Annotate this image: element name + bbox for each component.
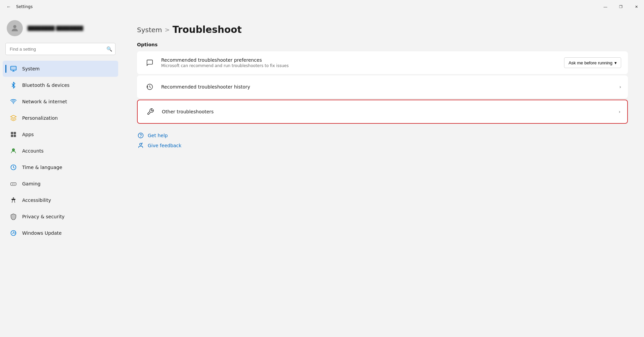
- card-other-troubleshooters: Other troubleshooters ›: [137, 100, 628, 124]
- nav-item-label: System: [22, 66, 40, 71]
- section-label: Options: [137, 42, 628, 47]
- sidebar-item-update[interactable]: Windows Update: [3, 225, 118, 241]
- sidebar-item-personalization[interactable]: Personalization: [3, 110, 118, 126]
- row-action-other-troubleshooters: ›: [618, 109, 620, 114]
- row-title-other-troubleshooters: Other troubleshooters: [162, 109, 618, 114]
- cards-list: Recommended troubleshooter preferences M…: [137, 51, 628, 124]
- update-icon: [9, 229, 17, 237]
- svg-point-7: [12, 149, 15, 151]
- svg-rect-3: [11, 132, 13, 134]
- card-recommended-history: Recommended troubleshooter history ›: [137, 75, 628, 98]
- get-help-icon: [137, 132, 144, 139]
- svg-rect-1: [11, 66, 16, 70]
- svg-point-2: [13, 103, 14, 104]
- nav-item-label: Windows Update: [22, 230, 62, 236]
- help-links: Get help Give feedback: [137, 132, 628, 149]
- row-recommended-prefs[interactable]: Recommended troubleshooter preferences M…: [137, 51, 628, 74]
- row-subtitle-recommended-prefs: Microsoft can recommend and run troubles…: [161, 63, 564, 68]
- give-feedback-icon: [137, 142, 144, 149]
- maximize-button[interactable]: ❐: [613, 0, 629, 13]
- give-feedback-link[interactable]: Give feedback: [137, 142, 181, 149]
- avatar: [7, 20, 23, 36]
- sidebar-item-network[interactable]: Network & internet: [3, 94, 118, 110]
- row-title-recommended-history: Recommended troubleshooter history: [161, 84, 619, 90]
- time-icon: [9, 163, 17, 171]
- sidebar-item-apps[interactable]: Apps: [3, 126, 118, 143]
- nav-item-label: Time & language: [22, 165, 62, 170]
- dropdown-btn-recommended-prefs[interactable]: Ask me before running ▾: [564, 57, 621, 68]
- row-icon-recommended-prefs: [144, 57, 156, 69]
- nav-item-label: Personalization: [22, 115, 58, 121]
- breadcrumb: System > Troubleshoot: [137, 24, 628, 35]
- minimize-button[interactable]: —: [598, 0, 613, 13]
- sidebar: ████████ ████████ 🔍 System Bluetooth & d…: [0, 13, 121, 337]
- sidebar-item-privacy[interactable]: Privacy & security: [3, 209, 118, 225]
- card-recommended-prefs: Recommended troubleshooter preferences M…: [137, 51, 628, 74]
- sidebar-item-gaming[interactable]: Gaming: [3, 176, 118, 192]
- privacy-icon: [9, 213, 17, 221]
- breadcrumb-separator: >: [165, 26, 170, 33]
- accounts-icon: [9, 147, 17, 155]
- nav-item-label: Network & internet: [22, 99, 67, 104]
- chevron-down-icon: ▾: [614, 60, 617, 65]
- nav-list: System Bluetooth & devices Network & int…: [0, 60, 121, 241]
- svg-point-10: [14, 183, 15, 184]
- svg-point-17: [140, 143, 142, 145]
- gaming-icon: [9, 180, 17, 188]
- nav-item-label: Privacy & security: [22, 214, 64, 219]
- nav-item-label: Bluetooth & devices: [22, 82, 70, 88]
- get-help-label: Get help: [148, 133, 168, 138]
- row-action-recommended-history: ›: [619, 84, 621, 90]
- svg-point-16: [141, 136, 141, 137]
- back-button[interactable]: ←: [4, 2, 13, 11]
- system-icon: [9, 65, 17, 73]
- sidebar-item-accounts[interactable]: Accounts: [3, 143, 118, 159]
- row-icon-other-troubleshooters: [144, 106, 156, 118]
- svg-point-12: [13, 198, 14, 199]
- chevron-right-icon: ›: [618, 109, 620, 114]
- give-feedback-label: Give feedback: [148, 143, 181, 148]
- nav-item-label: Gaming: [22, 181, 41, 186]
- network-icon: [9, 98, 17, 106]
- row-recommended-history[interactable]: Recommended troubleshooter history ›: [137, 75, 628, 98]
- search-box[interactable]: 🔍: [5, 43, 116, 55]
- bluetooth-icon: [9, 81, 17, 89]
- titlebar: ← Settings — ❐ ✕: [0, 0, 644, 13]
- profile-name: ████████ ████████: [28, 26, 83, 31]
- main-content: System > Troubleshoot Options Recommende…: [121, 13, 644, 337]
- window-controls: — ❐ ✕: [598, 0, 644, 13]
- breadcrumb-parent[interactable]: System: [137, 26, 162, 34]
- svg-point-0: [13, 25, 16, 28]
- personalization-icon: [9, 114, 17, 122]
- svg-point-11: [14, 184, 15, 185]
- row-action-recommended-prefs: Ask me before running ▾: [564, 57, 621, 68]
- accessibility-icon: [9, 196, 17, 204]
- row-other-troubleshooters[interactable]: Other troubleshooters ›: [138, 100, 627, 123]
- get-help-link[interactable]: Get help: [137, 132, 168, 139]
- row-title-recommended-prefs: Recommended troubleshooter preferences: [161, 57, 564, 63]
- nav-item-label: Apps: [22, 132, 34, 137]
- nav-item-label: Accessibility: [22, 198, 51, 203]
- page-title: Troubleshoot: [173, 24, 242, 35]
- sidebar-item-system[interactable]: System: [3, 61, 118, 77]
- app-title: Settings: [16, 4, 33, 9]
- profile-section: ████████ ████████: [0, 13, 121, 42]
- svg-rect-4: [14, 132, 16, 134]
- nav-item-label: Accounts: [22, 148, 44, 154]
- sidebar-item-time[interactable]: Time & language: [3, 159, 118, 175]
- svg-rect-5: [11, 135, 13, 137]
- close-button[interactable]: ✕: [629, 0, 644, 13]
- row-icon-recommended-history: [144, 81, 156, 93]
- search-input[interactable]: [5, 43, 116, 55]
- chevron-right-icon: ›: [619, 84, 621, 90]
- apps-icon: [9, 130, 17, 138]
- sidebar-item-bluetooth[interactable]: Bluetooth & devices: [3, 77, 118, 93]
- sidebar-item-accessibility[interactable]: Accessibility: [3, 192, 118, 208]
- svg-rect-6: [14, 135, 16, 137]
- app-window: ████████ ████████ 🔍 System Bluetooth & d…: [0, 13, 644, 337]
